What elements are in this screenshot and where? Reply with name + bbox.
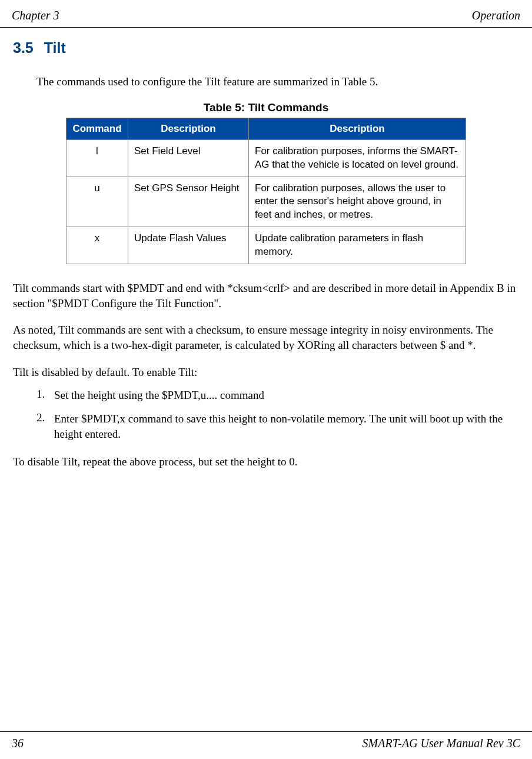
table-cell: For calibration purposes, allows the use… <box>249 177 466 227</box>
list-text: Enter $PMDT,x command to save this heigh… <box>54 411 519 441</box>
tilt-commands-table: Command Description Description l Set Fi… <box>66 118 466 265</box>
page-number: 36 <box>12 737 24 750</box>
paragraph-1: Tilt commands start with $PMDT and end w… <box>13 281 519 311</box>
table-cell: For calibration purposes, informs the SM… <box>249 139 466 177</box>
list-number: 1. <box>36 388 54 403</box>
table-cell: l <box>66 139 128 177</box>
table-header-desc1: Description <box>128 118 249 139</box>
section-number: 3.5 <box>13 39 34 56</box>
table-header-desc2: Description <box>249 118 466 139</box>
table-header-command: Command <box>66 118 128 139</box>
list-number: 2. <box>36 411 54 441</box>
paragraph-2: As noted, Tilt commands are sent with a … <box>13 322 519 352</box>
paragraph-3: Tilt is disabled by default. To enable T… <box>13 365 519 380</box>
manual-title: SMART-AG User Manual Rev 3C <box>363 737 520 750</box>
table-cell: Update calibration parameters in flash m… <box>249 227 466 264</box>
page-footer: 36 SMART-AG User Manual Rev 3C <box>0 731 532 750</box>
section-title: Tilt <box>44 39 66 56</box>
table-row: u Set GPS Sensor Height For calibration … <box>66 177 466 227</box>
chapter-label: Chapter 3 <box>12 9 59 22</box>
table-row: x Update Flash Values Update calibration… <box>66 227 466 264</box>
table-cell: x <box>66 227 128 264</box>
table-container: Command Description Description l Set Fi… <box>13 118 519 265</box>
intro-paragraph: The commands used to configure the Tilt … <box>13 74 519 89</box>
list-item: 1. Set the height using the $PMDT,u.... … <box>13 388 519 403</box>
table-cell: Set Field Level <box>128 139 249 177</box>
table-cell: u <box>66 177 128 227</box>
paragraph-4: To disable Tilt, repeat the above proces… <box>13 454 519 470</box>
list-text: Set the height using the $PMDT,u.... com… <box>54 388 519 403</box>
page-header: Chapter 3 Operation <box>0 0 532 28</box>
table-row: l Set Field Level For calibration purpos… <box>66 139 466 177</box>
page-content: 3.5Tilt The commands used to configure t… <box>0 28 532 493</box>
table-cell: Update Flash Values <box>128 227 249 264</box>
chapter-title: Operation <box>472 9 520 22</box>
section-heading: 3.5Tilt <box>13 39 519 56</box>
table-caption: Table 5: Tilt Commands <box>13 101 519 114</box>
table-cell: Set GPS Sensor Height <box>128 177 249 227</box>
list-item: 2. Enter $PMDT,x command to save this he… <box>13 411 519 441</box>
